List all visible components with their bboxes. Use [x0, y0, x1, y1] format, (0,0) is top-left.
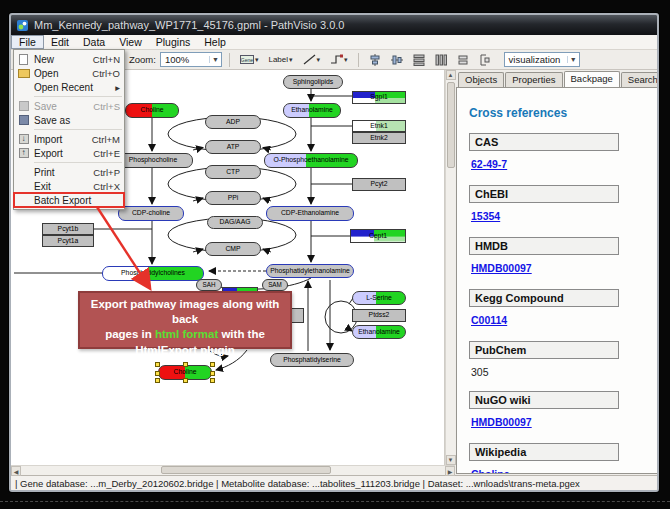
- backpage-section-chebi: ChEBI15354: [469, 185, 659, 224]
- section-link[interactable]: HMDB00097: [471, 262, 532, 274]
- menu-item-exit[interactable]: ExitCtrl+X: [14, 179, 124, 193]
- annotation-line3: HtmlExport plugin: [80, 343, 290, 358]
- section-link[interactable]: 15354: [471, 210, 500, 222]
- node-cdp-choline[interactable]: CDP-choline: [118, 206, 184, 221]
- node-etnk1[interactable]: Etnk1: [352, 120, 406, 132]
- menu-item-export[interactable]: ↑ExportCtrl+E: [14, 146, 124, 160]
- node-cmp[interactable]: CMP: [205, 242, 261, 256]
- menu-item-open-recent[interactable]: Open Recent▸: [14, 80, 124, 94]
- save-as-icon: [17, 115, 30, 126]
- node-dag[interactable]: DAG/AAG: [207, 216, 263, 229]
- distribute-vertical-button[interactable]: [432, 52, 450, 68]
- menubar-item-edit[interactable]: Edit: [44, 35, 76, 49]
- menubar-item-plugins[interactable]: Plugins: [149, 35, 197, 49]
- tab-backpage[interactable]: Backpage: [564, 71, 620, 87]
- node-phosphatidylethanolamine[interactable]: Phosphatidylethanolamine: [266, 264, 354, 278]
- node-sgpl1[interactable]: Sgpl1: [352, 91, 406, 104]
- layout-button[interactable]: [476, 52, 494, 68]
- node-ctp[interactable]: CTP: [205, 165, 261, 179]
- vertical-scrollbar[interactable]: ▲ ▼: [445, 70, 455, 465]
- selection-handle[interactable]: [210, 362, 215, 367]
- node-phosphatidylcholines[interactable]: Phosphatidylcholines: [102, 266, 204, 281]
- node-atp[interactable]: ATP: [205, 140, 261, 154]
- tab-search[interactable]: Search: [621, 72, 659, 87]
- section-link[interactable]: HMDB00097: [471, 416, 532, 428]
- zoom-label: Zoom:: [129, 54, 156, 65]
- node-label: Ethanolamine: [291, 107, 333, 114]
- selection-handle[interactable]: [155, 362, 160, 367]
- stack-button[interactable]: [454, 52, 472, 68]
- connector-tool-button[interactable]: ▾: [327, 52, 351, 68]
- node-label: O-Phosphoethanolamine: [273, 157, 348, 164]
- menu-item-open[interactable]: OpenCtrl+O: [14, 66, 124, 80]
- menubar-item-help[interactable]: Help: [197, 35, 233, 49]
- datanode-tool-button[interactable]: Gene ▾: [237, 52, 262, 68]
- selection-handle[interactable]: [210, 378, 215, 383]
- node-l-serine[interactable]: L-Serine: [352, 291, 406, 305]
- menu-shortcut: Ctrl+O: [92, 68, 120, 79]
- horizontal-scrollbar[interactable]: ◀ ▶: [11, 465, 455, 475]
- section-title: HMDB: [469, 237, 619, 255]
- selection-handle[interactable]: [155, 378, 160, 383]
- vertical-scroll-thumb[interactable]: [447, 82, 455, 168]
- node-label: ATP: [227, 144, 240, 151]
- node-ppi[interactable]: PPi: [205, 191, 261, 205]
- node-label: Pcyt1a: [58, 238, 79, 245]
- node-phosphocholine[interactable]: Phosphocholine: [113, 153, 193, 168]
- scroll-right-icon[interactable]: ▶: [445, 466, 455, 476]
- scroll-left-icon[interactable]: ◀: [11, 466, 21, 476]
- menu-bar: FileEditDataViewPluginsHelp: [11, 35, 657, 50]
- blank-icon: [17, 181, 30, 192]
- node-etnk2[interactable]: Etnk2: [352, 132, 406, 144]
- submenu-arrow-icon: ▸: [115, 82, 120, 93]
- menu-item-new[interactable]: NewCtrl+N: [14, 52, 124, 66]
- node-sam[interactable]: SAM: [262, 279, 288, 291]
- menu-item-save[interactable]: SaveCtrl+S: [14, 99, 124, 113]
- node-adp[interactable]: ADP: [205, 115, 261, 129]
- window-title: Mm_Kennedy_pathway_WP1771_45176.gpml - P…: [34, 19, 344, 31]
- selection-handle[interactable]: [155, 371, 160, 376]
- node-choline-top[interactable]: Choline: [125, 103, 179, 118]
- scroll-down-icon[interactable]: ▼: [446, 455, 456, 465]
- section-title: Kegg Compound: [469, 289, 619, 307]
- align-center-y-button[interactable]: [388, 52, 406, 68]
- section-link[interactable]: C00114: [471, 314, 507, 326]
- node-cept1[interactable]: Cept1: [350, 229, 406, 243]
- tab-objects[interactable]: Objects: [458, 72, 504, 87]
- menubar-item-file[interactable]: File: [11, 35, 44, 49]
- node-pcyt1a[interactable]: Pcyt1a: [42, 235, 94, 247]
- node-cdp-ethanolamine[interactable]: CDP-Ethanolamine: [266, 206, 354, 221]
- section-link[interactable]: 62-49-7: [471, 158, 507, 170]
- menu-item-print[interactable]: PrintCtrl+P: [14, 165, 124, 179]
- tab-properties[interactable]: Properties: [505, 72, 562, 87]
- node-pcyt2[interactable]: Pcyt2: [352, 178, 406, 191]
- distribute-horizontal-button[interactable]: [410, 52, 428, 68]
- node-sphingolipids[interactable]: Sphingolipids: [283, 75, 343, 89]
- node-ethanolamine-top[interactable]: Ethanolamine: [283, 103, 341, 118]
- label-tool-button[interactable]: Label ▾: [265, 52, 295, 68]
- node-o-phosphoethanolamine[interactable]: O-Phosphoethanolamine: [264, 153, 358, 168]
- zoom-combobox[interactable]: 100% ▼: [160, 52, 222, 67]
- selection-handle[interactable]: [210, 371, 215, 376]
- label-tool-text: Label: [268, 55, 288, 64]
- menubar-item-data[interactable]: Data: [76, 35, 112, 49]
- align-center-x-button[interactable]: [366, 52, 384, 68]
- horizontal-scroll-thumb[interactable]: [161, 466, 331, 474]
- scroll-up-icon[interactable]: ▲: [446, 70, 456, 80]
- selection-handle[interactable]: [183, 378, 188, 383]
- selection-handle[interactable]: [183, 362, 188, 367]
- node-pcyt1b[interactable]: Pcyt1b: [42, 223, 94, 235]
- menu-item-import[interactable]: ↓ImportCtrl+M: [14, 132, 124, 146]
- line-tool-button[interactable]: ▾: [300, 52, 324, 68]
- node-ptdss2[interactable]: Ptdss2: [352, 309, 406, 322]
- menu-item-save-as[interactable]: Save as: [14, 113, 124, 127]
- visualization-combobox[interactable]: visualization ▼: [504, 52, 580, 67]
- section-title: ChEBI: [469, 185, 619, 203]
- node-label: PPi: [228, 195, 239, 202]
- menu-item-batch-export[interactable]: Batch Export: [14, 193, 124, 207]
- menubar-item-view[interactable]: View: [112, 35, 149, 49]
- node-label: SAM: [268, 282, 282, 288]
- section-link[interactable]: Choline: [471, 468, 510, 474]
- node-ethanolamine-bottom[interactable]: Ethanolamine: [352, 325, 406, 339]
- node-sah[interactable]: SAH: [196, 279, 222, 291]
